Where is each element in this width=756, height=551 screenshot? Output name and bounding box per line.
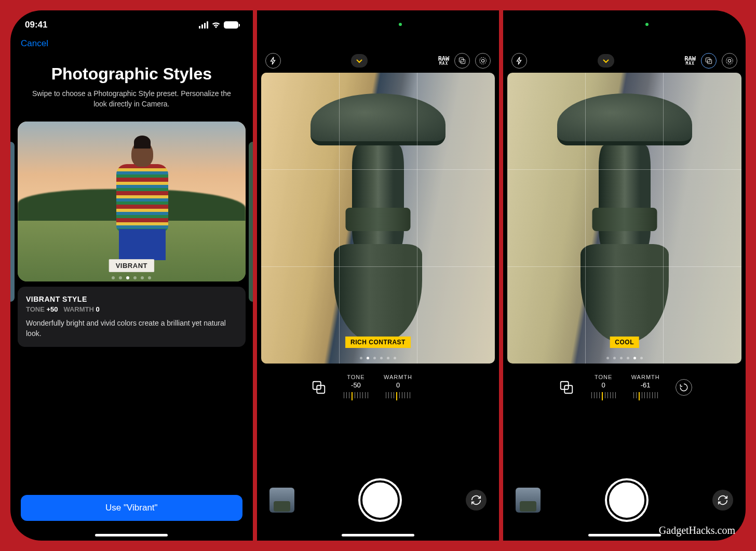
last-photo-thumbnail[interactable]: [516, 488, 541, 513]
svg-point-8: [728, 59, 731, 62]
use-style-button[interactable]: Use "Vibrant": [21, 495, 242, 521]
cancel-button[interactable]: Cancel: [10, 34, 253, 53]
live-photo-button[interactable]: [722, 53, 737, 69]
screen-styles-setup: 09:41 Cancel Photographic Styles Swipe t…: [10, 10, 253, 541]
svg-point-3: [480, 58, 487, 64]
camera-indicator-dot: [399, 23, 402, 26]
options-chevron[interactable]: [598, 54, 614, 68]
styles-button[interactable]: [454, 53, 470, 69]
style-info-card: VIBRANT STYLE TONE +50 WARMTH 0 Wonderfu…: [18, 287, 246, 347]
preset-preview[interactable]: VIBRANT: [18, 122, 246, 281]
tone-slider[interactable]: TONE -50: [344, 374, 368, 400]
viewfinder[interactable]: COOL: [507, 73, 741, 364]
screen-camera-rich: RAW MAX RI: [257, 10, 500, 541]
raw-badge[interactable]: RAW MAX: [438, 56, 450, 66]
warmth-slider[interactable]: WARMTH -61: [631, 374, 660, 400]
switch-camera-button[interactable]: [712, 490, 733, 510]
style-badge: RICH CONTRAST: [345, 337, 411, 348]
style-page-dots: [606, 357, 643, 359]
viewfinder-subject: [557, 93, 692, 343]
camera-indicator-dot: [645, 23, 649, 26]
camera-controls: TONE -50 WARMTH 0: [257, 374, 500, 400]
dynamic-island: [344, 19, 412, 37]
status-time: 09:41: [25, 20, 47, 30]
page-subtitle: Swipe to choose a Photographic Style pre…: [10, 89, 253, 122]
style-page-dots: [360, 357, 396, 359]
camera-top-bar: RAW MAX: [503, 53, 746, 69]
svg-rect-6: [706, 58, 710, 62]
style-description: Wonderfully bright and vivid colors crea…: [26, 318, 237, 339]
last-photo-thumbnail[interactable]: [269, 488, 294, 513]
battery-icon: [224, 21, 238, 29]
styles-button[interactable]: [701, 53, 717, 69]
svg-point-9: [726, 58, 733, 64]
viewfinder[interactable]: RICH CONTRAST: [261, 73, 495, 364]
styles-overlay-button[interactable]: [557, 378, 576, 397]
camera-bottom-bar: [503, 480, 746, 520]
camera-controls: TONE 0 WARMTH -61: [503, 374, 746, 400]
reset-button[interactable]: [676, 379, 692, 396]
style-badge: COOL: [610, 337, 639, 348]
wifi-icon: [211, 21, 221, 29]
style-name: VIBRANT STYLE: [26, 295, 237, 303]
preset-label: VIBRANT: [109, 259, 154, 272]
tone-slider[interactable]: TONE 0: [591, 374, 616, 400]
raw-badge[interactable]: RAW MAX: [684, 56, 696, 66]
live-photo-button[interactable]: [475, 53, 491, 69]
styles-overlay-button[interactable]: [309, 378, 328, 397]
warmth-slider[interactable]: WARMTH 0: [384, 374, 412, 400]
svg-point-2: [482, 59, 484, 62]
watermark: GadgetHacks.com: [659, 525, 735, 536]
svg-rect-1: [461, 60, 465, 64]
flash-button[interactable]: [511, 53, 527, 69]
shutter-button[interactable]: [360, 480, 400, 520]
status-icons: [199, 21, 238, 29]
options-chevron[interactable]: [351, 54, 368, 68]
svg-rect-7: [708, 60, 712, 64]
preview-person: [109, 141, 176, 276]
home-indicator[interactable]: [342, 534, 414, 536]
page-dots: [112, 276, 151, 279]
home-indicator[interactable]: [588, 534, 661, 536]
style-params: TONE +50 WARMTH 0: [26, 305, 237, 313]
status-bar: 09:41: [10, 10, 253, 34]
page-title: Photographic Styles: [10, 53, 253, 89]
flash-button[interactable]: [265, 53, 281, 69]
shutter-button[interactable]: [607, 480, 646, 520]
dynamic-island: [591, 19, 658, 37]
svg-rect-0: [460, 58, 464, 62]
next-preset-peek[interactable]: [249, 142, 253, 302]
screen-camera-cool: RAW MAX CO: [503, 10, 746, 541]
camera-bottom-bar: [257, 480, 500, 520]
viewfinder-subject: [310, 93, 446, 343]
prev-preset-peek[interactable]: [10, 142, 15, 302]
camera-top-bar: RAW MAX: [257, 53, 500, 69]
switch-camera-button[interactable]: [466, 490, 487, 510]
home-indicator[interactable]: [95, 534, 168, 536]
signal-icon: [199, 21, 208, 29]
